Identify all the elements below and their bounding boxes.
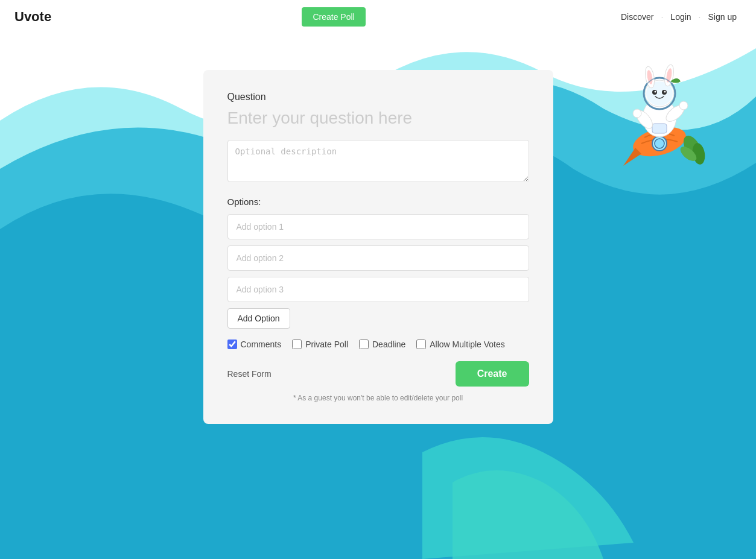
svg-point-6 bbox=[655, 139, 664, 148]
guest-note: * As a guest you won't be able to edit/d… bbox=[227, 394, 529, 402]
comments-checkbox-item[interactable]: Comments bbox=[227, 340, 282, 349]
comments-checkbox[interactable] bbox=[227, 340, 237, 349]
options-label: Options: bbox=[227, 197, 529, 207]
deadline-label: Deadline bbox=[372, 340, 405, 349]
form-footer: Reset Form Create bbox=[227, 361, 529, 387]
option-input-2[interactable] bbox=[227, 245, 529, 271]
create-poll-button[interactable]: Create bbox=[456, 361, 529, 387]
private-poll-checkbox-item[interactable]: Private Poll bbox=[292, 340, 348, 349]
allow-multiple-votes-checkbox[interactable] bbox=[416, 340, 426, 349]
nav-links: Discover · Login · Sign up bbox=[616, 10, 742, 24]
comments-label: Comments bbox=[241, 340, 282, 349]
question-input[interactable] bbox=[227, 109, 529, 128]
svg-point-19 bbox=[655, 91, 656, 93]
nav-separator-1: · bbox=[661, 12, 663, 22]
logo[interactable]: Uvote bbox=[14, 9, 51, 25]
checkboxes-row: Comments Private Poll Deadline Allow Mul… bbox=[227, 340, 529, 349]
poll-form-card: Question Options: Add Option Comments Pr… bbox=[203, 70, 553, 424]
navbar: Uvote Create Poll Discover · Login · Sig… bbox=[0, 0, 756, 34]
reset-form-button[interactable]: Reset Form bbox=[227, 369, 272, 379]
svg-point-23 bbox=[633, 109, 641, 118]
option-input-3[interactable] bbox=[227, 277, 529, 302]
nav-login-link[interactable]: Login bbox=[665, 10, 696, 24]
svg-point-20 bbox=[664, 91, 666, 93]
private-poll-checkbox[interactable] bbox=[292, 340, 302, 349]
deadline-checkbox-item[interactable]: Deadline bbox=[359, 340, 405, 349]
description-textarea[interactable] bbox=[227, 140, 529, 182]
nav-separator-2: · bbox=[699, 12, 701, 22]
add-option-button[interactable]: Add Option bbox=[227, 308, 290, 329]
mascot-illustration bbox=[599, 36, 720, 181]
svg-point-24 bbox=[679, 101, 688, 110]
allow-multiple-votes-checkbox-item[interactable]: Allow Multiple Votes bbox=[416, 340, 505, 349]
private-poll-label: Private Poll bbox=[305, 340, 348, 349]
nav-signup-link[interactable]: Sign up bbox=[704, 10, 742, 24]
deadline-checkbox[interactable] bbox=[359, 340, 369, 349]
nav-discover-link[interactable]: Discover bbox=[616, 10, 658, 24]
question-section-label: Question bbox=[227, 92, 529, 103]
nav-create-poll-button[interactable]: Create Poll bbox=[302, 7, 365, 27]
allow-multiple-votes-label: Allow Multiple Votes bbox=[430, 340, 505, 349]
svg-rect-8 bbox=[652, 124, 667, 133]
option-input-1[interactable] bbox=[227, 214, 529, 239]
